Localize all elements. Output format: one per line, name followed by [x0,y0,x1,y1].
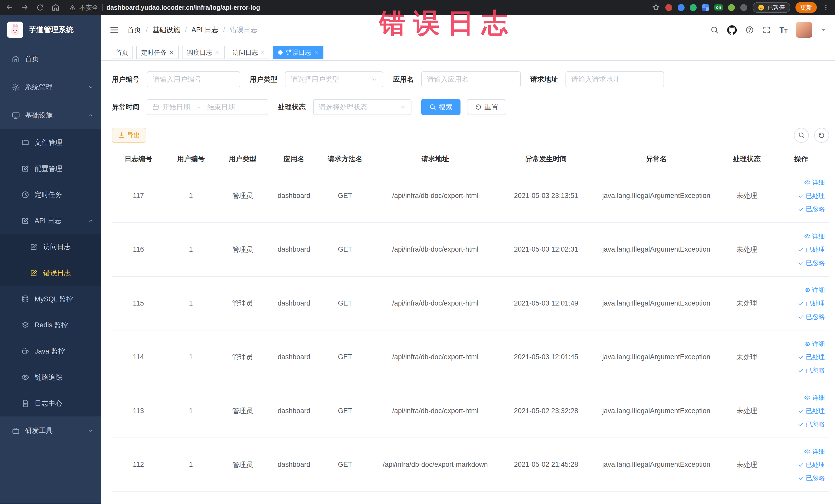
folder-icon [21,138,29,146]
close-icon[interactable] [214,50,220,55]
link-label: 详细 [812,394,825,402]
detail-link[interactable]: 详细 [804,340,825,348]
column-header: 应用名 [268,149,320,169]
sidebar-item-trace[interactable]: 链路追踪 [0,364,101,390]
tab-access-log[interactable]: 访问日志 [228,46,270,59]
sidebar-item-home[interactable]: 首页 [0,45,101,73]
processed-link[interactable]: 已处理 [798,407,825,415]
extension-icon[interactable] [665,4,672,11]
cell-status: 未处理 [720,223,773,277]
processed-link[interactable]: 已处理 [798,353,825,361]
github-icon[interactable] [727,25,737,35]
eye-icon [21,373,29,381]
fullscreen-icon[interactable] [762,26,771,34]
sidebar-item-mysql-monitor[interactable]: MySQL 监控 [0,286,101,312]
ignored-link[interactable]: 已忽略 [798,366,825,375]
check-icon [798,300,804,306]
app-name-input[interactable] [421,72,521,87]
home-icon[interactable] [52,3,60,11]
hamburger-icon[interactable] [109,25,119,35]
breadcrumb-item[interactable]: 基础设施 [152,25,180,35]
close-icon[interactable] [260,50,266,55]
close-icon[interactable] [313,50,319,55]
sidebar-item-api-log[interactable]: API 日志 [0,208,101,234]
process-status-select[interactable]: 请选择处理状态 [313,99,412,115]
exception-time-range[interactable]: 开始日期 - 结束日期 [147,99,268,115]
cell-request-url: /api/infra/db-doc/export-html [371,277,500,330]
address-bar[interactable]: 不安全 dashboard.yudao.iocoder.cn/infra/log… [69,3,646,12]
sidebar-item-log-center[interactable]: 日志中心 [0,390,101,417]
menu-label: Java 监控 [35,347,65,356]
sidebar-item-java-monitor[interactable]: Java 监控 [0,338,101,364]
user-id-input[interactable] [147,72,240,87]
detail-link[interactable]: 详细 [804,394,825,402]
bookmark-star-icon[interactable] [652,3,660,11]
processed-link[interactable]: 已处理 [798,299,825,308]
ignored-link[interactable]: 已忽略 [798,313,825,321]
extension-grid-icon[interactable] [702,4,709,11]
check-icon [798,461,804,468]
tab-error-log[interactable]: 错误日志 [273,46,323,59]
browser-menu-icon[interactable] [822,4,830,11]
font-size-icon[interactable] [779,26,788,34]
breadcrumb-item[interactable]: API 日志 [191,25,219,35]
logo[interactable]: 芋道管理系统 [0,15,101,45]
breadcrumb-separator [223,26,225,34]
tab-label: 错误日志 [286,48,311,57]
sidebar-item-error-log[interactable]: 错误日志 [0,260,101,286]
tab-schedule-log[interactable]: 调度日志 [182,46,225,59]
forward-icon[interactable] [21,3,29,11]
sidebar-item-dev-tools[interactable]: 研发工具 [0,417,101,445]
export-button[interactable]: 导出 [112,128,147,143]
processed-link[interactable]: 已处理 [798,460,825,469]
sidebar-item-file-management[interactable]: 文件管理 [0,129,101,156]
ignored-link[interactable]: 已忽略 [798,205,825,213]
sidebar-item-config-management[interactable]: 配置管理 [0,156,101,182]
refresh-button[interactable] [814,128,829,143]
back-icon[interactable] [5,3,13,11]
reload-icon[interactable] [36,3,44,11]
extension-icon[interactable] [678,4,685,11]
table-row: 116 1 管理员 dashboard GET /api/infra/db-do… [112,223,829,277]
detail-link[interactable]: 详细 [804,232,825,241]
sidebar-item-system-management[interactable]: 系统管理 [0,73,101,101]
breadcrumb-item[interactable]: 首页 [127,25,141,35]
toggle-search-button[interactable] [794,128,809,143]
extension-icon[interactable] [728,4,735,11]
sidebar-item-infrastructure[interactable]: 基础设施 [0,101,101,129]
cell-log-id: 116 [112,223,165,277]
avatar[interactable] [796,22,812,38]
ignored-link[interactable]: 已忽略 [798,259,825,267]
sidebar-item-redis-monitor[interactable]: Redis 监控 [0,312,101,338]
user-type-select[interactable]: 请选择用户类型 [285,72,384,87]
detail-link[interactable]: 详细 [804,447,825,456]
extension-on-badge[interactable]: on [714,4,723,11]
row-actions: 详细 已处理 已忽略 [775,340,827,375]
search-button[interactable]: 搜索 [421,99,461,115]
tab-home[interactable]: 首页 [110,46,133,59]
search-icon[interactable] [710,26,719,34]
detail-link[interactable]: 详细 [804,178,825,187]
help-icon[interactable] [746,26,754,34]
reset-button[interactable]: 重置 [467,99,506,115]
ignored-link[interactable]: 已忽略 [798,474,825,482]
chevron-down-icon[interactable] [821,27,827,33]
link-label: 详细 [812,232,825,241]
sidebar-item-access-log[interactable]: 访问日志 [0,234,101,260]
close-icon[interactable] [169,50,174,55]
processed-link[interactable]: 已处理 [798,191,825,200]
logo-rabbit-icon [7,22,23,38]
column-header: 异常名 [592,149,720,169]
cell-exception-name: java.lang.IllegalArgumentException [592,330,720,384]
detail-link[interactable]: 详细 [804,286,825,294]
request-url-input[interactable] [566,72,664,87]
extension-icon[interactable] [740,4,747,11]
update-button[interactable]: 更新 [795,2,817,13]
extension-icon[interactable] [690,4,697,11]
processed-link[interactable]: 已处理 [798,245,825,254]
row-actions: 详细 已处理 已忽略 [775,286,827,321]
ignored-link[interactable]: 已忽略 [798,420,825,428]
sidebar-item-scheduled-tasks[interactable]: 定时任务 [0,182,101,208]
tab-scheduled-tasks[interactable]: 定时任务 [136,46,179,59]
paused-badge[interactable]: 已暂停 [753,2,790,13]
